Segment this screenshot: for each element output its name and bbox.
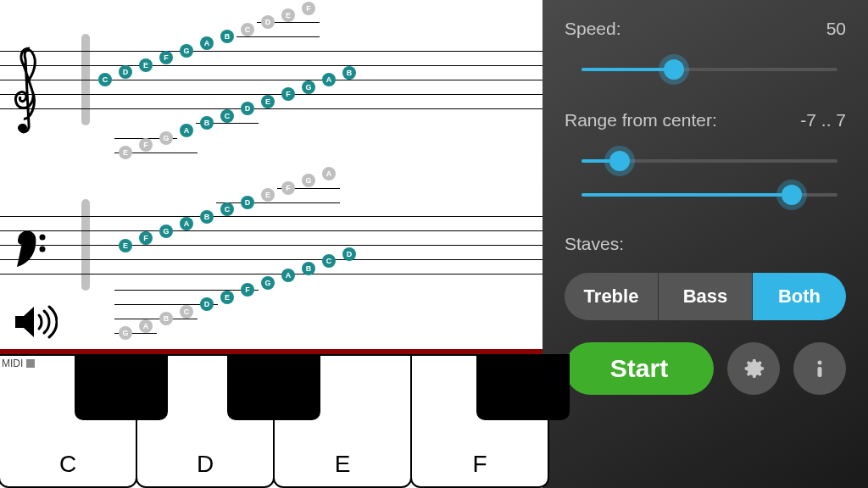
note-f: F xyxy=(139,138,153,152)
svg-point-2 xyxy=(40,235,46,241)
note-e: E xyxy=(220,291,234,304)
piano-key-d-sharp[interactable] xyxy=(227,354,320,420)
note-d: D xyxy=(261,15,275,29)
note-e: E xyxy=(119,146,132,159)
note-a: A xyxy=(180,124,193,137)
midi-indicator: MIDI xyxy=(2,358,35,369)
note-c: C xyxy=(322,254,336,268)
svg-point-0 xyxy=(19,124,27,132)
start-button[interactable]: Start xyxy=(565,342,714,395)
piano-key-f-sharp[interactable] xyxy=(476,354,570,420)
speaker-icon[interactable] xyxy=(14,305,58,339)
treble-clef-icon xyxy=(8,44,51,137)
note-g: G xyxy=(302,80,315,94)
note-e: E xyxy=(261,188,275,202)
note-d: D xyxy=(200,297,214,311)
piano-keyboard[interactable]: C D E F xyxy=(0,354,542,488)
note-g: G xyxy=(261,276,275,290)
note-a: A xyxy=(281,269,295,282)
note-d: D xyxy=(241,102,254,115)
speed-label: Speed: xyxy=(565,19,621,39)
svg-point-1 xyxy=(18,236,26,245)
note-a: A xyxy=(200,36,214,50)
speed-slider[interactable] xyxy=(581,53,837,86)
note-g: G xyxy=(159,131,173,145)
note-b: B xyxy=(220,30,234,43)
settings-button[interactable] xyxy=(727,342,780,395)
note-d: D xyxy=(119,65,132,79)
note-c: C xyxy=(180,305,193,319)
settings-panel: Speed:50 Range from center:-7 .. 7 Stave… xyxy=(542,0,868,488)
note-d: D xyxy=(241,196,254,209)
staves-selector[interactable]: Treble Bass Both xyxy=(565,273,846,320)
note-b: B xyxy=(200,116,214,130)
note-d: D xyxy=(342,247,356,261)
note-b: B xyxy=(342,66,356,80)
note-e: E xyxy=(119,239,132,252)
note-b: B xyxy=(200,210,214,224)
note-a: A xyxy=(322,73,336,86)
gear-icon xyxy=(741,356,766,381)
note-a: A xyxy=(180,217,193,230)
note-c: C xyxy=(220,202,234,216)
staves-option-both[interactable]: Both xyxy=(753,273,846,320)
note-g: G xyxy=(302,174,315,187)
range-value: -7 .. 7 xyxy=(800,110,846,130)
staves-label: Staves: xyxy=(565,234,624,254)
speed-value: 50 xyxy=(826,19,846,39)
range-label: Range from center: xyxy=(565,110,717,130)
note-f: F xyxy=(159,51,173,64)
note-g: G xyxy=(159,225,173,238)
piano-key-c-sharp[interactable] xyxy=(75,354,168,420)
note-f: F xyxy=(281,181,295,195)
note-a: A xyxy=(322,167,336,180)
info-button[interactable] xyxy=(793,342,846,395)
note-e: E xyxy=(139,58,153,72)
staves-option-bass[interactable]: Bass xyxy=(659,273,753,320)
note-e: E xyxy=(281,8,295,22)
svg-point-3 xyxy=(40,247,46,252)
note-b: B xyxy=(302,262,315,275)
range-high-slider[interactable] xyxy=(581,178,837,212)
bass-clef-icon xyxy=(10,229,51,275)
note-b: B xyxy=(159,312,173,325)
note-c: C xyxy=(241,23,254,36)
note-f: F xyxy=(139,231,153,245)
staff-and-piano-panel: CDEFGABCDEFEFGABCDEFGABEFGABCDEFGAGABCDE… xyxy=(0,0,542,488)
note-a: A xyxy=(139,319,153,333)
note-f: F xyxy=(302,2,315,15)
info-icon xyxy=(807,356,832,381)
note-f: F xyxy=(281,87,295,101)
staves-option-treble[interactable]: Treble xyxy=(565,273,659,320)
staff-area: CDEFGABCDEFEFGABCDEFGABEFGABCDEFGAGABCDE… xyxy=(0,0,542,349)
note-g: G xyxy=(119,326,132,340)
note-e: E xyxy=(261,95,275,108)
note-f: F xyxy=(241,283,254,297)
note-c: C xyxy=(98,73,112,86)
svg-rect-5 xyxy=(818,367,822,377)
note-c: C xyxy=(220,109,234,123)
note-g: G xyxy=(180,44,193,58)
range-low-slider[interactable] xyxy=(581,144,837,178)
svg-point-4 xyxy=(818,361,822,365)
